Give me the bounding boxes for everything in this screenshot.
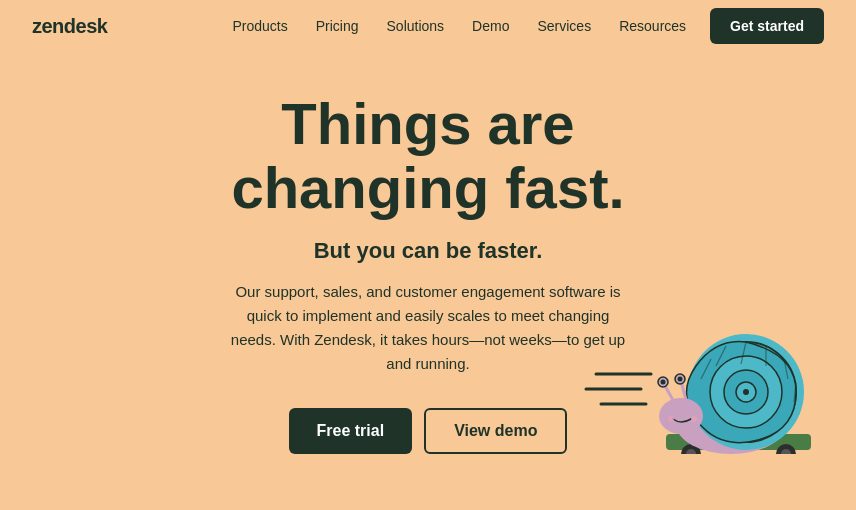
nav-item-resources[interactable]: Resources [619,18,686,34]
nav-item-products[interactable]: Products [232,18,287,34]
svg-point-29 [691,416,697,422]
navbar: zendesk Products Pricing Solutions Demo … [0,0,856,52]
svg-point-24 [661,379,666,384]
hero-section: Things are changing fast. But you can be… [0,52,856,454]
nav-item-demo[interactable]: Demo [472,18,509,34]
nav-item-solutions[interactable]: Solutions [387,18,445,34]
view-demo-button[interactable]: View demo [424,408,567,454]
svg-point-21 [659,398,703,434]
nav-item-pricing[interactable]: Pricing [316,18,359,34]
brand-logo[interactable]: zendesk [32,15,107,38]
svg-point-14 [743,389,749,395]
hero-title: Things are changing fast. [148,92,708,220]
hero-subtitle: But you can be faster. [314,238,543,264]
svg-point-27 [678,376,683,381]
nav-item-services[interactable]: Services [537,18,591,34]
svg-point-28 [668,416,674,422]
get-started-button[interactable]: Get started [710,8,824,44]
hero-buttons: Free trial View demo [289,408,568,454]
free-trial-button[interactable]: Free trial [289,408,413,454]
hero-body: Our support, sales, and customer engagem… [228,280,628,376]
nav-links: Products Pricing Solutions Demo Services… [232,17,686,35]
snail-illustration [576,244,836,454]
